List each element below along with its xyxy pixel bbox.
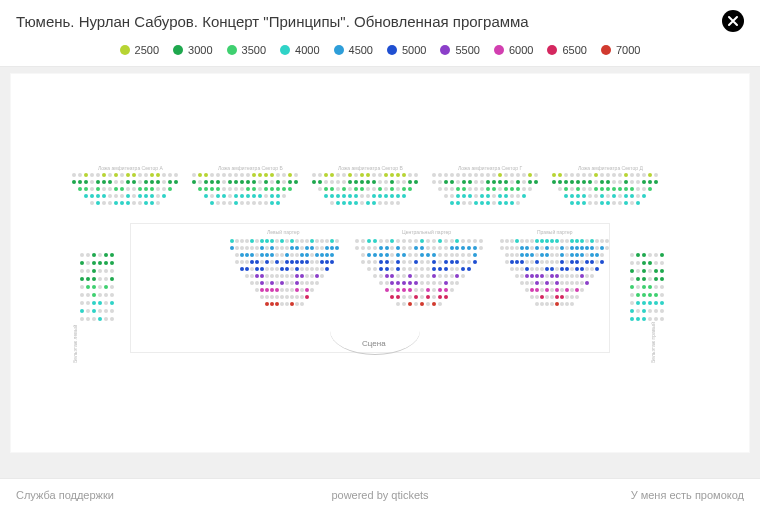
seat[interactable]: [396, 194, 400, 198]
seat[interactable]: [660, 253, 664, 257]
legend-item-4000[interactable]: 4000: [280, 44, 319, 56]
seat[interactable]: [575, 246, 579, 250]
seat[interactable]: [252, 180, 256, 184]
seat[interactable]: [305, 295, 309, 299]
seat[interactable]: [545, 281, 549, 285]
seat[interactable]: [600, 260, 604, 264]
seat[interactable]: [504, 201, 508, 205]
seat[interactable]: [84, 180, 88, 184]
seat[interactable]: [315, 253, 319, 257]
seat[interactable]: [324, 187, 328, 191]
seat[interactable]: [315, 274, 319, 278]
seat[interactable]: [354, 194, 358, 198]
seat[interactable]: [354, 201, 358, 205]
seat[interactable]: [379, 246, 383, 250]
seat[interactable]: [630, 194, 634, 198]
seat[interactable]: [600, 194, 604, 198]
seat[interactable]: [367, 253, 371, 257]
seat[interactable]: [126, 201, 130, 205]
seat[interactable]: [432, 267, 436, 271]
seat[interactable]: [642, 293, 646, 297]
seat[interactable]: [438, 239, 442, 243]
seat[interactable]: [295, 267, 299, 271]
seat[interactable]: [270, 194, 274, 198]
seat[interactable]: [372, 194, 376, 198]
seat[interactable]: [174, 180, 178, 184]
seat[interactable]: [642, 194, 646, 198]
seat[interactable]: [535, 239, 539, 243]
seat[interactable]: [78, 180, 82, 184]
seat[interactable]: [98, 261, 102, 265]
seat[interactable]: [555, 274, 559, 278]
seat[interactable]: [102, 194, 106, 198]
seat[interactable]: [305, 246, 309, 250]
seat[interactable]: [290, 246, 294, 250]
seat[interactable]: [295, 281, 299, 285]
seat[interactable]: [84, 194, 88, 198]
seat[interactable]: [288, 180, 292, 184]
seat[interactable]: [342, 187, 346, 191]
seat[interactable]: [210, 187, 214, 191]
seat[interactable]: [264, 180, 268, 184]
seat[interactable]: [545, 288, 549, 292]
seat[interactable]: [550, 274, 554, 278]
seat[interactable]: [295, 274, 299, 278]
seat[interactable]: [642, 285, 646, 289]
seat[interactable]: [560, 246, 564, 250]
seat[interactable]: [330, 253, 334, 257]
seat[interactable]: [648, 180, 652, 184]
seat[interactable]: [385, 253, 389, 257]
seat[interactable]: [555, 302, 559, 306]
seat[interactable]: [258, 194, 262, 198]
seat[interactable]: [576, 187, 580, 191]
seat[interactable]: [456, 201, 460, 205]
seat[interactable]: [535, 281, 539, 285]
seat[interactable]: [480, 201, 484, 205]
seat[interactable]: [462, 194, 466, 198]
seat[interactable]: [492, 187, 496, 191]
seat[interactable]: [426, 295, 430, 299]
seat[interactable]: [285, 253, 289, 257]
seat[interactable]: [384, 194, 388, 198]
seat[interactable]: [402, 187, 406, 191]
seat[interactable]: [265, 253, 269, 257]
seat[interactable]: [270, 253, 274, 257]
seat[interactable]: [290, 239, 294, 243]
seat[interactable]: [204, 194, 208, 198]
seat[interactable]: [450, 246, 454, 250]
seat[interactable]: [564, 180, 568, 184]
seat[interactable]: [560, 295, 564, 299]
seat[interactable]: [325, 253, 329, 257]
seat[interactable]: [438, 267, 442, 271]
seat[interactable]: [565, 288, 569, 292]
seat[interactable]: [156, 173, 160, 177]
seat[interactable]: [438, 295, 442, 299]
seat[interactable]: [280, 239, 284, 243]
seat[interactable]: [560, 267, 564, 271]
seat[interactable]: [595, 253, 599, 257]
seat[interactable]: [444, 267, 448, 271]
seat[interactable]: [390, 173, 394, 177]
seat[interactable]: [92, 277, 96, 281]
seat[interactable]: [590, 239, 594, 243]
seat[interactable]: [276, 201, 280, 205]
legend-item-2500[interactable]: 2500: [120, 44, 159, 56]
seat[interactable]: [555, 295, 559, 299]
seat[interactable]: [444, 260, 448, 264]
seat[interactable]: [450, 201, 454, 205]
seat[interactable]: [240, 253, 244, 257]
seat[interactable]: [288, 173, 292, 177]
seat[interactable]: [510, 187, 514, 191]
seat[interactable]: [204, 187, 208, 191]
seat[interactable]: [624, 173, 628, 177]
seat[interactable]: [570, 260, 574, 264]
seat[interactable]: [385, 260, 389, 264]
seat[interactable]: [486, 187, 490, 191]
seat[interactable]: [310, 239, 314, 243]
legend-item-6500[interactable]: 6500: [547, 44, 586, 56]
legend-item-3000[interactable]: 3000: [173, 44, 212, 56]
seat[interactable]: [575, 260, 579, 264]
seat[interactable]: [150, 187, 154, 191]
seat[interactable]: [102, 173, 106, 177]
seat[interactable]: [300, 260, 304, 264]
